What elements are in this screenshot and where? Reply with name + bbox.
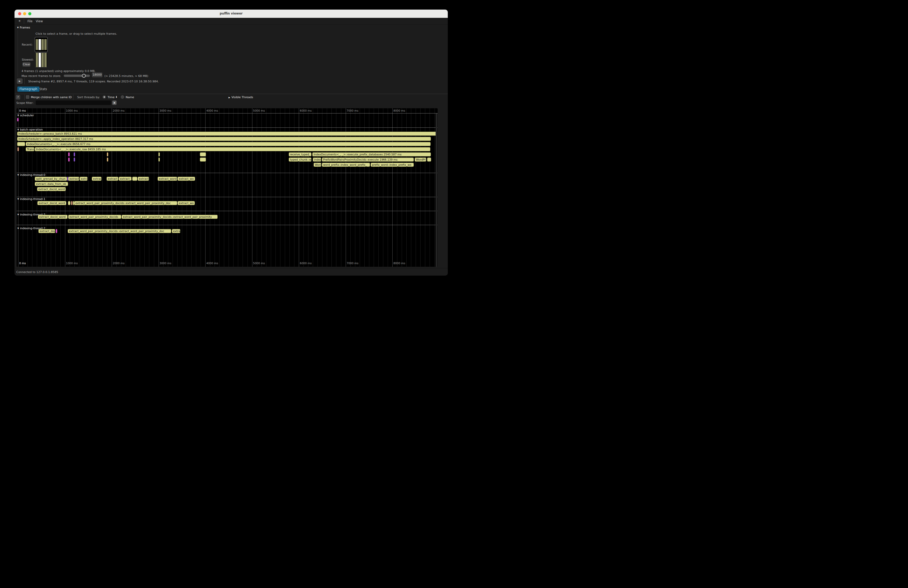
collapse-triangle-icon: ▼ [18,227,19,230]
scope-bar[interactable] [427,157,431,162]
scope-bar[interactable]: extrac [92,177,101,181]
scope-bar[interactable] [200,152,206,156]
tab-stats[interactable]: Stats [39,87,48,92]
scope-bar[interactable]: extrac [172,229,180,233]
scope-bar[interactable] [18,147,19,151]
thread-section-header[interactable]: ▼indexing-thread:0 [18,173,45,177]
section-separator [16,211,438,211]
scope-bar[interactable]: extract_docid_word [37,187,66,191]
indent-line [18,30,18,77]
scope-bar[interactable]: prefix_word::index_prefix_wo [370,163,414,167]
scope-bar[interactable] [71,201,72,205]
scope-bar[interactable]: Word [314,163,321,167]
theme-toggle-icon[interactable]: ☀ [18,19,21,23]
scope-bar[interactable]: PrefixWordPairsProximityDocids::execute … [322,157,414,162]
help-button[interactable]: ? [16,95,20,100]
scope-bar[interactable]: extract_docid_word [38,215,68,219]
scope-bar[interactable]: index [313,157,321,162]
scope-bar[interactable] [107,157,108,162]
scope-bar[interactable]: IndexScheduler>::apply_index_operation 8… [17,137,431,141]
scope-bar[interactable]: word_prefix::index_word_prefix_ [322,163,370,167]
section-separator [16,173,438,173]
scope-bar[interactable]: extract_wo [177,201,195,205]
scope-bar[interactable] [68,157,70,162]
scope-bar[interactable]: IndexDocuments<_, _>::execute_prefix_dat… [312,152,431,156]
slowest-frames-thumbnail[interactable] [35,53,48,67]
sort-name-radio[interactable] [121,95,124,99]
window-title: puffin viewer [14,12,448,15]
scope-bar[interactable]: extract_word_pair_proximity_docids::extr… [68,229,171,233]
scope-bar[interactable] [17,142,25,146]
scope-bar[interactable] [74,157,75,162]
scope-bar[interactable]: extract_word_pair_proximity_docids::extr… [122,215,218,219]
scope-bar[interactable]: extract_word_pair_proximity_docids::extr… [74,201,177,205]
time-tick-label: 7000 ms [347,262,359,265]
frames-section-header[interactable]: ▼Frames [17,26,30,29]
scope-bar[interactable]: extra [80,177,88,181]
ruler-separator [16,113,438,114]
thread-section-header[interactable]: ▼batch-operation [18,128,43,131]
thread-section-header[interactable]: ▼indexing-thread:1 [18,198,45,201]
scope-bar[interactable]: extract_word [158,177,177,181]
scope-bar[interactable]: extract_w [119,177,132,181]
sort-time-radio[interactable] [103,95,106,99]
collapse-triangle-icon: ▼ [18,198,19,200]
scope-bar[interactable] [74,152,75,156]
max-frames-slider[interactable] [64,75,90,77]
scope-bar[interactable] [17,118,19,122]
scope-bar[interactable]: extract::data_from_ob [35,182,68,186]
time-tick-label: 3000 ms [159,262,172,265]
frame-bar [36,53,38,67]
app-window: puffin viewer ☀ File View ▼Frames Click … [14,10,448,276]
scope-bar[interactable] [200,157,206,162]
time-tick-label: 4000 ms [206,109,218,112]
scope-filter-input[interactable] [36,101,111,105]
scope-bar[interactable]: extract_ [106,177,118,181]
recent-label: Recent: [22,43,33,47]
tab-flamegraph[interactable]: Flamegraph [18,87,39,92]
time-tick-label: 7000 ms [347,109,359,112]
recent-frames-thumbnail[interactable] [35,37,48,52]
scope-bar[interactable] [107,152,108,156]
scope-bar[interactable]: IndexDocuments<_, _>::execute 8656.677 m… [26,142,431,146]
scope-bar[interactable]: WordPr [415,157,426,162]
clear-filter-button[interactable]: x [112,101,117,105]
scope-bar[interactable] [132,177,137,181]
scope-bar[interactable] [158,152,160,156]
frame-bar [44,39,47,50]
max-frames-value[interactable]: 18000 [92,72,102,77]
visible-threads-header[interactable]: ▶Visible Threads [229,96,253,99]
scope-bar[interactable]: extract [138,177,149,181]
clear-button[interactable]: Clear [23,62,30,67]
sort-name-label: Name [126,96,134,99]
time-tick-label: 5000 ms [253,262,265,265]
scope-bar[interactable]: extract_docid_word [37,201,66,205]
scope-bar[interactable]: receive_typed_ [289,152,311,156]
sort-direction-arrow-icon[interactable]: ⬇ [115,96,118,98]
slider-knob[interactable] [82,74,86,78]
scope-bar[interactable]: split_grenad_by_chun [35,177,67,181]
play-button[interactable]: ▶ [17,79,23,84]
scroll-edge [436,114,438,267]
time-tick-label: 2000 ms [113,262,125,265]
menu-file[interactable]: File [27,19,32,23]
thread-name: indexing-thread:0 [20,173,45,177]
scope-bar[interactable]: IndexDocuments<_, _>::execute_raw 8459.1… [35,147,430,151]
flamegraph-canvas[interactable]: 0 ms0 ms1000 ms1000 ms2000 ms2000 ms3000… [16,108,438,267]
scope-bar[interactable] [68,152,70,156]
scope-bar[interactable]: extract_wo [177,177,195,181]
scope-bar[interactable]: extract_doc [39,229,55,233]
thread-section-header[interactable]: ▼scheduler [18,114,34,117]
scope-bar[interactable] [56,229,57,233]
merge-children-checkbox[interactable] [26,95,29,99]
menu-view[interactable]: View [36,19,43,23]
scope-bar[interactable]: IndexScheduler>::process_batch 8953.821 … [17,132,437,136]
scope-bar[interactable]: extract [68,177,79,181]
time-tick-label: 0 ms [19,109,26,112]
showing-frame-status: Showing frame #2, 8957.4 ms, 7 threads, … [28,80,159,83]
scope-bar[interactable] [68,201,71,205]
scope-bar[interactable] [158,157,160,162]
scope-bar[interactable]: typed_chunk::w [289,157,311,162]
scope-bar[interactable]: extract_word_pair_proximity_docids [68,215,121,219]
scope-bar[interactable]: Trans [26,147,34,151]
